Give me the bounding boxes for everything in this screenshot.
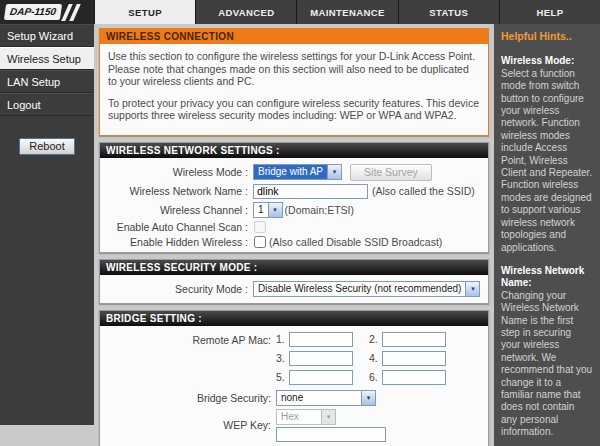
left-sidebar: Setup Wizard Wireless Setup LAN Setup Lo… [0, 24, 94, 425]
brand-logo: DAP-1150 [0, 0, 94, 24]
auto-channel-scan-label: Enable Auto Channel Scan : [108, 221, 253, 233]
hidden-wireless-checkbox[interactable] [254, 236, 266, 248]
chevron-down-icon: ▾ [268, 203, 282, 217]
bridge-security-label: Bridge Security: [108, 392, 276, 404]
wireless-mode-value: Bridge with AP [254, 165, 327, 179]
section-wireless-security-mode: WIRELESS SECURITY MODE : Security Mode :… [99, 259, 489, 304]
wireless-mode-select[interactable]: Bridge with AP ▾ [253, 164, 342, 180]
hint-body-network-name: Changing your Wireless Network Name is t… [501, 290, 593, 439]
remote-ap-mac-input-6[interactable] [382, 370, 446, 385]
hint-heading-network-name: Wireless Network Name: [501, 265, 593, 290]
remote-ap-mac-input-2[interactable] [382, 332, 446, 347]
chevron-down-icon: ▾ [465, 282, 479, 296]
wep-key-input[interactable] [276, 427, 386, 442]
wireless-channel-select[interactable]: 1 ▾ [253, 202, 283, 218]
chevron-down-icon: ▾ [327, 165, 341, 179]
hint-heading-wireless-mode: Wireless Mode: [501, 55, 593, 67]
reboot-button[interactable]: Reboot [19, 138, 74, 155]
mac-slot-number: 1. [276, 333, 289, 345]
section-wireless-network-settings: WIRELESS NETWORK SETTINGS : Wireless Mod… [99, 142, 489, 253]
security-mode-value: Disable Wireless Security (not recommend… [254, 282, 465, 296]
ssid-note: (Also called the SSID) [372, 185, 475, 197]
remote-ap-mac-input-4[interactable] [382, 351, 446, 366]
dap1150-admin-page: DAP-1150 SETUP ADVANCED MAINTENANCE STAT… [0, 0, 600, 446]
hidden-wireless-note: (Also called Disable SSID Broadcast) [269, 236, 442, 248]
wep-key-label: WEP Key: [108, 419, 276, 431]
bridge-security-select[interactable]: none ▾ [276, 390, 376, 406]
connection-paragraph-1: Use this section to configure the wirele… [108, 50, 480, 88]
remote-ap-mac-input-1[interactable] [289, 332, 353, 347]
sidebar-item-wireless-setup[interactable]: Wireless Setup [0, 47, 94, 70]
section-title-wireless-connection: WIRELESS CONNECTION [100, 29, 488, 44]
mac-slot-number: 4. [369, 352, 382, 364]
chevron-down-icon: ▾ [321, 410, 335, 424]
helpful-hints-panel: Helpful Hints.. Wireless Mode: Select a … [494, 24, 600, 446]
section-bridge-setting: BRIDGE SETTING : Remote AP Mac: 1. 2. 3.… [99, 310, 489, 446]
main-content: WIRELESS CONNECTION Use this section to … [94, 24, 494, 446]
security-mode-label: Security Mode : [108, 283, 253, 295]
wireless-channel-value: 1 [254, 203, 268, 217]
wep-format-value: Hex [277, 410, 321, 424]
domain-note: (Domain:ETSI) [285, 204, 354, 216]
top-nav-bar: DAP-1150 SETUP ADVANCED MAINTENANCE STAT… [0, 0, 600, 24]
mac-slot-number: 5. [276, 371, 289, 383]
tab-maintenance[interactable]: MAINTENANCE [296, 0, 397, 24]
tab-help[interactable]: HELP [499, 0, 600, 24]
connection-paragraph-2: To protect your privacy you can configur… [108, 97, 480, 122]
tab-status[interactable]: STATUS [398, 0, 499, 24]
bridge-security-value: none [277, 391, 361, 405]
hints-title: Helpful Hints.. [501, 30, 593, 42]
section-wireless-connection: WIRELESS CONNECTION Use this section to … [99, 28, 489, 136]
mac-slot-number: 2. [369, 333, 382, 345]
section-title-bridge-setting: BRIDGE SETTING : [100, 311, 488, 326]
mac-slot-number: 6. [369, 371, 382, 383]
remote-ap-mac-grid: 1. 2. 3. 4. 5. 6. [276, 332, 446, 385]
remote-ap-mac-input-5[interactable] [289, 370, 353, 385]
sidebar-item-lan-setup[interactable]: LAN Setup [0, 70, 94, 93]
nav-tabs: SETUP ADVANCED MAINTENANCE STATUS HELP [94, 0, 600, 24]
left-sidebar-column: Setup Wizard Wireless Setup LAN Setup Lo… [0, 24, 94, 446]
sidebar-item-setup-wizard[interactable]: Setup Wizard [0, 24, 94, 47]
site-survey-button: Site Survey [350, 164, 432, 181]
hint-body-wireless-mode: Select a function mode from switch butto… [501, 68, 593, 254]
section-title-security-mode: WIRELESS SECURITY MODE : [100, 260, 488, 275]
tab-advanced[interactable]: ADVANCED [195, 0, 296, 24]
wireless-channel-label: Wireless Channel : [108, 204, 253, 216]
remote-ap-mac-input-3[interactable] [289, 351, 353, 366]
wireless-mode-label: Wireless Mode : [108, 166, 253, 178]
brand-logo-text: DAP-1150 [4, 4, 62, 20]
hidden-wireless-label: Enable Hidden Wireless : [108, 236, 253, 248]
wep-format-select: Hex ▾ [276, 409, 336, 425]
security-mode-select[interactable]: Disable Wireless Security (not recommend… [253, 281, 480, 297]
network-name-label: Wireless Network Name : [108, 185, 253, 197]
network-name-input[interactable] [253, 184, 368, 199]
chevron-down-icon: ▾ [361, 391, 375, 405]
sidebar-item-logout[interactable]: Logout [0, 93, 94, 116]
remote-ap-mac-label: Remote AP Mac: [108, 332, 276, 346]
section-title-network-settings: WIRELESS NETWORK SETTINGS : [100, 143, 488, 158]
mac-slot-number: 3. [276, 352, 289, 364]
tab-setup[interactable]: SETUP [94, 0, 195, 24]
auto-channel-scan-checkbox [254, 221, 266, 233]
